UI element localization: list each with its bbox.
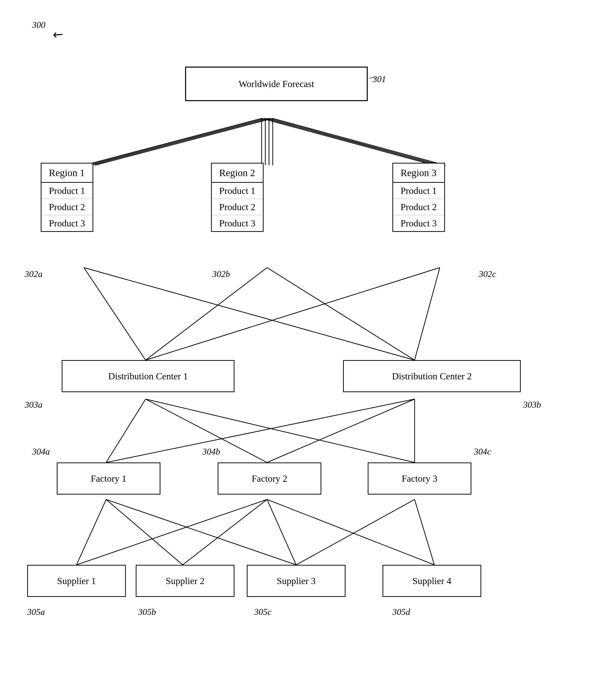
region1-product2: Product 2 [41,199,93,215]
ref-305b: 305b [138,607,156,617]
ref-302b: 302b [212,269,230,279]
worldwide-forecast-label: Worldwide Forecast [239,78,314,89]
factory3-node: Factory 3 [368,462,471,495]
region1-title: Region 1 [41,164,93,183]
svg-line-1 [88,118,265,165]
region2-product2: Product 2 [212,199,263,215]
supplier2-node: Supplier 2 [136,565,234,597]
svg-line-24 [76,499,106,565]
factory2-label: Factory 2 [252,473,287,484]
svg-line-22 [267,399,415,462]
ref-303b: 303b [523,400,541,410]
region3-product3: Product 3 [393,215,444,231]
region3-node: Region 3 Product 1 Product 2 Product 3 [392,163,445,232]
svg-line-18 [106,399,146,462]
svg-line-31 [296,499,415,565]
svg-line-20 [146,399,415,462]
svg-line-0 [84,118,262,165]
ref-301-dash: ⌒ [368,75,378,89]
factory1-label: Factory 1 [91,473,127,484]
svg-line-9 [265,118,438,165]
supplier4-node: Supplier 4 [382,565,481,597]
dc1-label: Distribution Center 1 [108,371,188,382]
supplier3-label: Supplier 3 [276,575,316,586]
supplier1-node: Supplier 1 [27,565,126,597]
svg-line-21 [106,399,415,462]
ref-303a: 303a [25,400,42,410]
svg-line-2 [91,118,269,165]
supplier1-label: Supplier 1 [57,575,96,586]
factory1-node: Factory 1 [57,462,160,495]
supplier2-label: Supplier 2 [165,575,204,586]
factory3-label: Factory 3 [402,473,438,484]
svg-line-27 [76,499,267,565]
worldwide-forecast-node: Worldwide Forecast [185,66,368,101]
svg-line-8 [262,118,434,165]
factory2-node: Factory 2 [218,462,321,495]
svg-line-32 [415,499,434,565]
supplier4-label: Supplier 4 [413,575,451,586]
region1-product1: Product 1 [41,183,93,199]
region2-product1: Product 1 [212,183,263,199]
region2-title: Region 2 [212,164,263,183]
region3-product1: Product 1 [393,183,444,199]
region3-product2: Product 2 [393,199,444,215]
region1-product3: Product 3 [41,215,93,231]
region1-node: Region 1 Product 1 Product 2 Product 3 [41,163,93,232]
svg-line-28 [183,499,267,565]
ref-305c: 305c [254,607,271,617]
dc2-label: Distribution Center 2 [392,371,472,382]
svg-line-16 [146,267,440,360]
ref-305d: 305d [392,607,410,617]
svg-line-3 [95,118,273,165]
figure-number: 300 [32,20,46,30]
ref-304a: 304a [32,447,50,457]
region2-node: Region 2 Product 1 Product 2 Product 3 [211,163,263,232]
svg-line-15 [267,267,415,360]
ref-304b: 304b [202,447,220,457]
ref-305a: 305a [27,607,45,617]
svg-line-12 [84,267,146,360]
dc2-node: Distribution Center 2 [343,360,521,392]
ref-304c: 304c [474,447,491,457]
region2-product3: Product 3 [212,215,263,231]
supplier3-node: Supplier 3 [247,565,345,597]
region3-title: Region 3 [393,164,444,183]
dc1-node: Distribution Center 1 [62,360,234,392]
ref-302a: 302a [25,269,42,279]
svg-line-11 [273,118,445,165]
ref-302c: 302c [479,269,496,279]
svg-line-10 [269,118,442,165]
diagram: 300 ↙ Worldwide Forecast 301 ⌒ Region 1 … [0,0,615,700]
svg-line-26 [106,499,296,565]
svg-line-17 [415,267,440,360]
